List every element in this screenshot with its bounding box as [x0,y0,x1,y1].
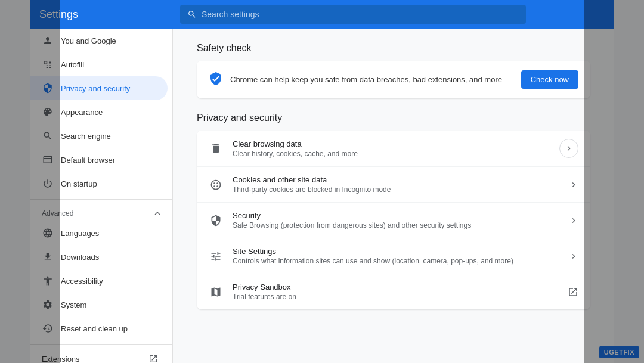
chrome-window: Settings You and Google Autofill [30,0,614,363]
search-icon [187,10,197,19]
sidebar-item-extensions[interactable]: Extensions [30,348,168,363]
sidebar-item-autofill[interactable]: Autofill [30,52,168,76]
privacy-item-security[interactable]: Security Safe Browsing (protection from … [197,203,590,238]
security-subtitle: Safe Browsing (protection from dangerous… [233,221,559,229]
history-icon [42,322,54,334]
svg-point-0 [213,182,215,184]
sidebar-divider [30,199,172,200]
arrow-circle-icon [559,139,578,158]
external-link-icon [148,354,158,363]
cookies-subtitle: Third-party cookies are blocked in Incog… [233,185,559,194]
svg-point-1 [216,182,218,184]
security-text: Security Safe Browsing (protection from … [233,211,559,229]
watermark: UGETFIX [599,346,639,358]
search-bar[interactable] [180,5,526,24]
svg-point-3 [216,185,218,187]
clear-browsing-data-text: Clear browsing data Clear history, cooki… [233,139,550,158]
clear-browsing-data-title: Clear browsing data [233,139,550,148]
privacy-sandbox-subtitle: Trial features are on [233,293,558,301]
sidebar-item-search-engine[interactable]: Search engine [30,124,168,148]
sidebar-label-appearance: Appearance [61,108,103,117]
settings-title: Settings [39,8,171,21]
sidebar-item-appearance[interactable]: Appearance [30,100,168,124]
security-icon [209,213,223,228]
sidebar-item-privacy-and-security[interactable]: Privacy and security [30,76,168,100]
accessibility-icon [42,275,54,287]
advanced-label: Advanced [42,209,73,218]
sidebar-label-system: System [61,300,86,309]
search-input[interactable] [202,10,519,19]
site-settings-icon [209,249,223,263]
sidebar-label-reset-and-clean-up: Reset and clean up [61,324,128,333]
privacy-list: Clear browsing data Clear history, cooki… [197,131,590,309]
sidebar-item-default-browser[interactable]: Default browser [30,148,168,172]
privacy-sandbox-text: Privacy Sandbox Trial features are on [233,283,558,301]
sidebar-item-languages[interactable]: Languages [30,221,168,245]
check-now-button[interactable]: Check now [521,70,578,89]
sidebar-divider-2 [30,344,172,345]
cookies-title: Cookies and other site data [233,175,559,184]
trash-icon [209,141,223,156]
sidebar-label-privacy-and-security: Privacy and security [61,84,130,93]
palette-icon [42,106,54,118]
site-settings-arrow [569,252,578,261]
safety-shield-icon [209,72,223,88]
sidebar-label-downloads: Downloads [61,253,99,262]
globe-icon [42,227,54,239]
privacy-section-title: Privacy and security [197,113,590,123]
chevron-up-icon [152,208,163,219]
sidebar-item-accessibility[interactable]: Accessibility [30,269,168,293]
sidebar-item-you-and-google[interactable]: You and Google [30,29,168,52]
security-title: Security [233,211,559,220]
main-content: Safety check Chrome can help keep you sa… [173,29,614,363]
cookies-text: Cookies and other site data Third-party … [233,175,559,194]
autofill-icon [42,58,54,70]
site-settings-text: Site Settings Controls what information … [233,247,559,265]
shield-icon [42,82,54,94]
sidebar: You and Google Autofill Privacy and secu… [30,29,173,363]
search-engine-icon [42,130,54,142]
cookies-icon [209,178,223,192]
sidebar-label-you-and-google: You and Google [61,36,116,45]
sidebar-item-downloads[interactable]: Downloads [30,245,168,269]
svg-point-2 [213,185,215,187]
browser-icon [42,154,54,166]
privacy-item-site-settings[interactable]: Site Settings Controls what information … [197,238,590,274]
download-icon [42,251,54,263]
safety-check-title: Safety check [197,43,590,54]
sidebar-item-reset-and-clean-up[interactable]: Reset and clean up [30,317,168,340]
site-settings-title: Site Settings [233,247,559,256]
sidebar-label-on-startup: On startup [61,179,97,188]
sidebar-label-search-engine: Search engine [61,132,111,141]
extensions-label: Extensions [42,355,80,364]
advanced-section-header[interactable]: Advanced [30,203,172,221]
sidebar-item-on-startup[interactable]: On startup [30,172,168,196]
main-layout: You and Google Autofill Privacy and secu… [30,29,614,363]
sidebar-label-accessibility: Accessibility [61,277,103,286]
sidebar-item-system[interactable]: System [30,293,168,317]
security-arrow [569,216,578,225]
privacy-sandbox-icon [209,285,223,299]
privacy-sandbox-external-icon [568,287,578,297]
sidebar-label-autofill: Autofill [61,60,84,69]
cookies-arrow [569,180,578,190]
site-settings-subtitle: Controls what information sites can use … [233,257,559,265]
system-icon [42,299,54,311]
sidebar-label-languages: Languages [61,229,99,238]
privacy-item-clear-browsing-data[interactable]: Clear browsing data Clear history, cooki… [197,131,590,167]
safety-check-description: Chrome can help keep you safe from data … [230,75,514,84]
privacy-item-cookies[interactable]: Cookies and other site data Third-party … [197,167,590,203]
safety-check-card: Chrome can help keep you safe from data … [197,61,590,98]
power-icon [42,178,54,190]
privacy-sandbox-title: Privacy Sandbox [233,283,558,291]
settings-header: Settings [30,0,614,29]
clear-browsing-data-subtitle: Clear history, cookies, cache, and more [233,150,550,158]
sidebar-label-default-browser: Default browser [61,156,115,165]
person-icon [42,35,54,46]
privacy-item-privacy-sandbox[interactable]: Privacy Sandbox Trial features are on [197,274,590,309]
